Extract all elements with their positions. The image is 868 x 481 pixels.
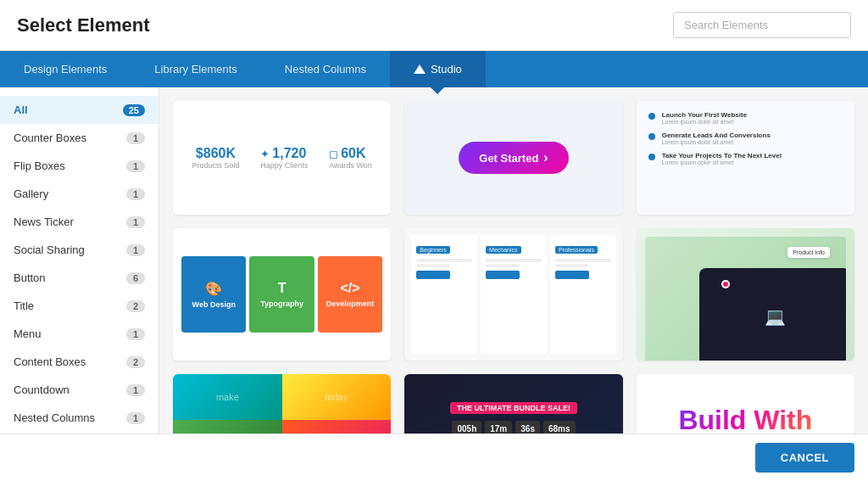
sidebar-item-gallery[interactable]: Gallery 1 xyxy=(0,180,159,208)
tab-studio-label: Studio xyxy=(431,63,462,76)
search-input[interactable] xyxy=(673,12,851,38)
timeline-title-3: Take Your Projects To The Next Level xyxy=(662,152,782,159)
gallery-cell-3 xyxy=(173,420,282,434)
select-element-modal: Select Element Design Elements Library E… xyxy=(0,0,868,481)
minimal-line-1b xyxy=(416,264,449,267)
timeline-title-2: Generate Leads And Conversions xyxy=(662,131,771,139)
flip-box-label-3: Development xyxy=(326,299,375,308)
sidebar-item-menu[interactable]: Menu 1 xyxy=(0,320,159,348)
timeline-item-1: Launch Your First Website Lorem ipsum do… xyxy=(648,111,843,125)
element-card-minimal[interactable]: Beginners Mechanics Profession xyxy=(404,228,622,361)
sidebar-item-flip-boxes[interactable]: Flip Boxes 1 xyxy=(0,152,159,180)
timeline-content-2: Generate Leads And Conversions Lorem ips… xyxy=(662,131,771,145)
build-text: Build With xyxy=(678,406,812,433)
flip-box-1: 🎨 Web Design xyxy=(181,256,246,333)
sidebar-item-button-count: 6 xyxy=(126,272,145,284)
sidebar-item-social-sharing-label: Social Sharing xyxy=(14,243,85,256)
sidebar-item-gallery-count: 1 xyxy=(126,188,145,200)
modal-header: Select Element xyxy=(0,0,868,51)
sidebar-item-countdown[interactable]: Countdown 1 xyxy=(0,376,159,404)
modal-footer: CANCEL xyxy=(0,433,868,481)
flip-box-label-2: Typography xyxy=(260,299,303,308)
counter-sub-3: Awards Won xyxy=(329,161,372,170)
countdown-unit-3: 36s xyxy=(515,421,540,433)
element-card-gallery[interactable]: make today great Gallery Element xyxy=(173,374,391,433)
countdown-sale-badge: THE ULTIMATE BUNDLE SALE! xyxy=(450,402,577,414)
minimal-badge-3: Professionals xyxy=(555,246,598,254)
flip-box-icon-2: T xyxy=(278,281,287,296)
hotspot-bg: 💻 Product Info xyxy=(645,237,846,361)
tab-bar: Design Elements Library Elements Nested … xyxy=(0,51,868,87)
countdown-timers: 005h 17m 36s 68ms xyxy=(452,421,575,433)
sidebar-item-countdown-label: Countdown xyxy=(14,383,70,396)
element-card-flip-boxes[interactable]: 🎨 Web Design T Typography </> Developmen… xyxy=(173,228,391,361)
sidebar-item-nested-columns[interactable]: Nested Columns 1 xyxy=(0,404,159,432)
sidebar-item-all[interactable]: All 25 xyxy=(0,96,159,124)
counter-sub-2: Happy Clients xyxy=(260,161,308,170)
sidebar-item-counter-boxes[interactable]: Counter Boxes 1 xyxy=(0,124,159,152)
timeline-dot-2 xyxy=(648,133,655,140)
hotspot-device-icon: 💻 xyxy=(765,306,786,327)
timeline-title-1: Launch Your First Website xyxy=(662,111,747,119)
build-preview: Build With xyxy=(637,374,854,433)
minimal-line-1a xyxy=(416,259,472,262)
countdown-unit-2: 17m xyxy=(485,421,512,433)
sidebar-item-button[interactable]: Button 6 xyxy=(0,264,159,292)
minimal-line-3a xyxy=(555,259,611,262)
element-card-counter-boxes[interactable]: $860K Products Sold ✦ 1,720 Happy Client… xyxy=(173,101,391,215)
tab-studio[interactable]: Studio xyxy=(390,51,486,87)
elements-grid: $860K Products Sold ✦ 1,720 Happy Client… xyxy=(173,101,854,433)
sidebar-item-nested-columns-label: Nested Columns xyxy=(14,411,95,424)
minimal-col-3: Professionals xyxy=(550,235,616,354)
timeline-content-1: Launch Your First Website Lorem ipsum do… xyxy=(662,111,747,125)
sidebar-item-button-label: Button xyxy=(14,271,46,284)
counter-value-2: 1,720 xyxy=(272,146,306,161)
element-card-build[interactable]: Build With Build With 🔍 ＋ xyxy=(637,374,854,433)
sidebar-item-title[interactable]: Title 2 xyxy=(0,292,159,320)
sidebar-item-counter-boxes-count: 1 xyxy=(126,132,145,144)
counter-icon-3: ◻ xyxy=(329,148,338,160)
element-card-hotspot[interactable]: 💻 Product Info Image Hotspots Element 91… xyxy=(637,228,854,361)
minimal-btn-3 xyxy=(555,271,589,279)
sidebar-item-social-sharing[interactable]: Social Sharing 1 xyxy=(0,236,159,264)
counter-item-1: $860K Products Sold xyxy=(192,146,239,170)
hotspot-preview: 💻 Product Info xyxy=(637,228,854,361)
cancel-button[interactable]: CANCEL xyxy=(755,443,854,473)
timeline-dot-1 xyxy=(648,113,655,120)
minimal-preview: Beginners Mechanics Profession xyxy=(404,228,622,361)
countdown-preview: THE ULTIMATE BUNDLE SALE! 005h 17m 36s 6… xyxy=(404,374,622,433)
gradient-btn-preview: Get Started xyxy=(404,101,622,215)
minimal-badge-1: Beginners xyxy=(416,246,450,254)
sidebar-item-nested-columns-count: 1 xyxy=(126,412,145,424)
tab-nested-columns[interactable]: Nested Columns xyxy=(261,51,390,87)
sidebar-item-content-boxes[interactable]: Content Boxes 2 xyxy=(0,348,159,376)
element-card-gradient-btn[interactable]: Get Started Gradient Button Element 849 … xyxy=(404,101,622,215)
counter-item-3: ◻ 60K Awards Won xyxy=(329,146,372,170)
counter-sub-1: Products Sold xyxy=(192,161,239,170)
minimal-line-2b xyxy=(486,264,519,267)
sidebar-item-menu-count: 1 xyxy=(126,328,145,340)
tab-library-elements[interactable]: Library Elements xyxy=(131,51,261,87)
countdown-unit-4: 68ms xyxy=(543,421,576,433)
counter-value-1: $860K xyxy=(192,146,239,161)
element-card-timeline[interactable]: Launch Your First Website Lorem ipsum do… xyxy=(637,101,854,215)
timeline-content-3: Take Your Projects To The Next Level Lor… xyxy=(662,152,782,165)
timeline-item-3: Take Your Projects To The Next Level Lor… xyxy=(648,152,843,165)
tab-design-elements[interactable]: Design Elements xyxy=(0,51,131,87)
minimal-line-2a xyxy=(486,259,542,262)
counter-icon-2: ✦ xyxy=(260,148,270,160)
sidebar-item-flip-boxes-count: 1 xyxy=(126,160,145,172)
sidebar-item-news-ticker[interactable]: News Ticker 1 xyxy=(0,208,159,236)
flip-box-icon-1: 🎨 xyxy=(205,281,222,297)
flip-box-icon-3: </> xyxy=(341,281,360,296)
gallery-cell-1-text: make xyxy=(216,392,239,402)
sidebar-item-content-boxes-label: Content Boxes xyxy=(14,355,86,368)
timeline-preview: Launch Your First Website Lorem ipsum do… xyxy=(637,101,854,215)
minimal-col-1: Beginners xyxy=(411,235,477,354)
sidebar-item-gallery-label: Gallery xyxy=(14,187,48,200)
flip-box-3: </> Development xyxy=(318,256,382,333)
sidebar-item-title-count: 2 xyxy=(126,300,145,312)
element-card-countdown[interactable]: THE ULTIMATE BUNDLE SALE! 005h 17m 36s 6… xyxy=(404,374,622,433)
studio-triangle-icon xyxy=(414,64,426,74)
flip-boxes-preview: 🎨 Web Design T Typography </> Developmen… xyxy=(173,228,391,361)
